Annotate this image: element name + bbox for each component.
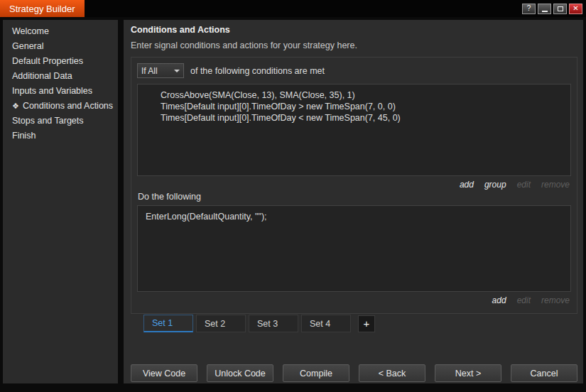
actions-links: add edit remove	[137, 295, 570, 305]
condition-mode-value: If All	[141, 66, 158, 76]
condition-item[interactable]: CrossAbove(SMA(Close, 13), SMA(Close, 35…	[141, 89, 568, 101]
cancel-button[interactable]: Cancel	[511, 364, 577, 382]
conditions-group-link[interactable]: group	[484, 180, 506, 190]
sidebar-item-label: Finish	[12, 131, 36, 141]
chevron-down-icon	[174, 70, 180, 72]
condition-mode-suffix: of the following conditions are met	[190, 66, 325, 76]
close-icon: ✕	[573, 5, 578, 12]
actions-edit-link: edit	[517, 295, 531, 305]
strategy-builder-window: Strategy Builder ? ✕ Welcome General	[0, 0, 586, 392]
condition-mode-dropdown[interactable]: If All	[137, 63, 184, 78]
sidebar: Welcome General Default Properties Addit…	[3, 20, 118, 383]
condition-item[interactable]: Times[Default input][0].TimeOfDay > new …	[141, 101, 568, 112]
condition-item[interactable]: Times[Default input][0].TimeOfDay < new …	[141, 112, 568, 124]
conditions-actions-tab-page: If All of the following conditions are m…	[131, 57, 577, 314]
main-panel: Conditions and Actions Enter signal cond…	[124, 20, 583, 383]
window-controls: ? ✕	[522, 0, 586, 17]
conditions-links: add group edit remove	[137, 180, 570, 190]
page-subtitle: Enter signal conditions and actions for …	[131, 40, 577, 50]
sidebar-item-welcome[interactable]: Welcome	[3, 24, 118, 39]
footer-buttons: View Code Unlock Code Compile < Back Nex…	[131, 364, 577, 382]
sidebar-item-label: Conditions and Actions	[23, 101, 113, 111]
sidebar-item-default-properties[interactable]: Default Properties	[3, 54, 118, 69]
maximize-icon	[558, 6, 563, 11]
sidebar-item-stops-and-targets[interactable]: Stops and Targets	[3, 114, 118, 129]
conditions-edit-link: edit	[517, 180, 531, 190]
conditions-remove-link: remove	[541, 180, 570, 190]
compile-button[interactable]: Compile	[283, 364, 349, 382]
close-button[interactable]: ✕	[569, 4, 582, 14]
maximize-button[interactable]	[553, 4, 567, 14]
sidebar-item-label: Stops and Targets	[12, 116, 84, 126]
minimize-button[interactable]	[538, 4, 551, 14]
tab-set-1[interactable]: Set 1	[143, 315, 193, 332]
conditions-list[interactable]: CrossAbove(SMA(Close, 13), SMA(Close, 35…	[137, 84, 571, 176]
next-button[interactable]: Next >	[435, 364, 501, 382]
diamond-icon: ❖	[12, 102, 19, 110]
actions-remove-link: remove	[541, 295, 570, 305]
sidebar-item-label: Inputs and Variables	[12, 86, 92, 97]
actions-add-link[interactable]: add	[492, 295, 506, 305]
titlebar[interactable]: Strategy Builder ? ✕	[0, 0, 586, 17]
set-tab-strip: Set 1 Set 2 Set 3 Set 4 +	[143, 315, 577, 332]
help-icon: ?	[527, 5, 531, 12]
condition-mode-row: If All of the following conditions are m…	[137, 63, 571, 78]
actions-label: Do the following	[138, 192, 571, 202]
sidebar-item-inputs-and-variables[interactable]: Inputs and Variables	[3, 84, 118, 99]
actions-list[interactable]: EnterLong(DefaultQuantity, "");	[137, 205, 571, 292]
sidebar-item-label: Welcome	[12, 26, 49, 37]
sidebar-item-conditions-and-actions[interactable]: ❖ Conditions and Actions	[3, 99, 118, 114]
tab-set-3[interactable]: Set 3	[249, 315, 298, 332]
window-body: Welcome General Default Properties Addit…	[0, 17, 586, 392]
sidebar-item-label: General	[12, 41, 43, 52]
minimize-icon	[542, 11, 548, 12]
tab-set-4[interactable]: Set 4	[301, 315, 351, 332]
view-code-button[interactable]: View Code	[131, 364, 197, 382]
conditions-add-link[interactable]: add	[460, 180, 474, 190]
add-set-button[interactable]: +	[358, 315, 375, 332]
help-button[interactable]: ?	[522, 4, 536, 14]
unlock-code-button[interactable]: Unlock Code	[207, 364, 273, 382]
sidebar-item-label: Default Properties	[12, 56, 83, 67]
sidebar-item-additional-data[interactable]: Additional Data	[3, 69, 118, 84]
sidebar-item-label: Additional Data	[12, 71, 72, 82]
page-title: Conditions and Actions	[131, 25, 577, 35]
back-button[interactable]: < Back	[359, 364, 425, 382]
tab-set-2[interactable]: Set 2	[196, 315, 246, 332]
sidebar-item-general[interactable]: General	[3, 39, 118, 54]
sidebar-item-finish[interactable]: Finish	[3, 129, 118, 143]
action-item[interactable]: EnterLong(DefaultQuantity, "");	[141, 211, 568, 222]
window-title: Strategy Builder	[0, 0, 85, 17]
